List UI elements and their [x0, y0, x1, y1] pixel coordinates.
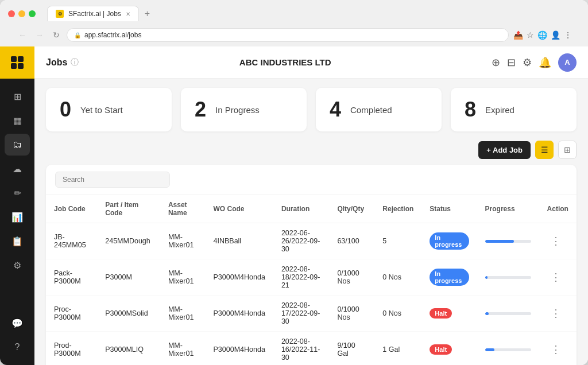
row-action-button[interactable]: ⋮: [547, 270, 564, 285]
sidebar-item-cloud[interactable]: ☁: [5, 158, 30, 180]
tab-favicon: ⚙: [56, 10, 64, 18]
chat-icon: 💬: [11, 318, 23, 329]
sidebar-bottom: 💬 ?: [5, 305, 30, 365]
col-duration: Duration: [273, 195, 330, 223]
svg-rect-2: [11, 63, 17, 69]
header-left: Jobs ⓘ: [46, 57, 79, 68]
reload-button[interactable]: ↻: [51, 29, 62, 41]
row-action-button[interactable]: ⋮: [547, 306, 564, 321]
minimize-traffic-light[interactable]: [18, 10, 25, 17]
browser-top-bar: ⚙ SFactrix.ai | Jobs ✕ +: [8, 6, 580, 21]
lock-icon: 🔒: [74, 32, 81, 38]
cell-progress: [477, 223, 539, 259]
back-button[interactable]: ←: [16, 29, 29, 41]
extensions-button[interactable]: 🌐: [537, 30, 547, 40]
add-job-button[interactable]: + Add Job: [478, 141, 531, 159]
new-tab-button[interactable]: +: [139, 6, 156, 21]
traffic-lights: [8, 10, 36, 17]
calendar-icon: ▦: [13, 115, 22, 126]
sidebar-item-help[interactable]: ?: [5, 336, 30, 358]
cast-button[interactable]: 📤: [513, 30, 523, 40]
address-bar-row: ← → ↻ 🔒 app.sfactrix.ai/jobs 📤 ☆ 🌐 👤 ⋮: [8, 25, 580, 46]
stat-label-yet-to-start: Yet to Start: [80, 105, 123, 115]
cell-asset-name: MM-Mixer01: [160, 259, 206, 296]
cell-progress: [477, 296, 539, 332]
stat-number-in-progress: 2: [195, 99, 206, 120]
row-action-button[interactable]: ⋮: [547, 234, 564, 248]
table-header: Job Code Part / Item Code Asset Name WO …: [46, 195, 577, 223]
grid-view-button[interactable]: ⊞: [558, 141, 577, 159]
sidebar-item-chat[interactable]: 💬: [5, 312, 30, 334]
list-view-button[interactable]: ☰: [535, 141, 554, 159]
cell-part-code: P3000M: [97, 259, 160, 296]
cell-action: ⋮: [539, 223, 577, 259]
sidebar-item-reports[interactable]: 📋: [5, 230, 30, 252]
row-action-button[interactable]: ⋮: [547, 342, 564, 357]
cell-status: Halt: [421, 332, 477, 366]
header-actions: ⊕ ⊟ ⚙ 🔔 A: [492, 53, 577, 72]
active-tab[interactable]: ⚙ SFactrix.ai | Jobs ✕: [47, 6, 139, 21]
cloud-icon: ☁: [13, 164, 22, 174]
status-badge: Halt: [430, 344, 452, 355]
jobs-icon: 🗂: [13, 139, 22, 150]
cell-qty: 63/100: [329, 223, 374, 259]
progress-bar: [485, 276, 531, 279]
table-row: JB-245MM05 245MMDough MM-Mixer01 4INBBal…: [46, 223, 577, 259]
bookmark-button[interactable]: ☆: [527, 30, 534, 40]
status-badge: Halt: [430, 308, 452, 319]
stat-card-in-progress: 2 In Progress: [181, 88, 307, 131]
profile-button[interactable]: 👤: [551, 30, 560, 40]
address-bar[interactable]: 🔒 app.sfactrix.ai/jobs: [67, 28, 509, 42]
close-traffic-light[interactable]: [8, 10, 15, 17]
cell-rejection: 0 Nos: [374, 296, 421, 332]
company-name: ABC INDUSTRIES LTD: [79, 57, 492, 67]
stats-row: 0 Yet to Start 2 In Progress 4 Completed…: [46, 88, 577, 131]
sidebar-item-settings[interactable]: ⚙: [5, 254, 30, 276]
analytics-icon: 📊: [11, 212, 23, 223]
browser-window: ⚙ SFactrix.ai | Jobs ✕ + ← → ↻ 🔒 app.sfa…: [0, 0, 588, 365]
tab-close-button[interactable]: ✕: [126, 11, 130, 17]
notification-button[interactable]: 🔔: [539, 56, 551, 69]
user-avatar[interactable]: A: [558, 53, 577, 72]
cell-job-code: Prod-P3000M: [46, 332, 97, 366]
col-qty: Qlty/Qty: [329, 195, 374, 223]
sidebar-item-dashboard[interactable]: ⊞: [5, 86, 30, 107]
cell-duration: 2022-08-17/2022-09-30: [273, 296, 330, 332]
stat-number-yet-to-start: 0: [60, 99, 71, 120]
help-circle-icon[interactable]: ⓘ: [71, 57, 79, 68]
table-header-row: Job Code Part / Item Code Asset Name WO …: [46, 195, 577, 223]
table-toolbar: + Add Job ☰ ⊞: [46, 141, 577, 159]
help-icon: ?: [15, 342, 20, 352]
cell-job-code: Proc-P3000M: [46, 296, 97, 332]
table-body: JB-245MM05 245MMDough MM-Mixer01 4INBBal…: [46, 223, 577, 366]
svg-rect-0: [11, 56, 17, 62]
stat-card-yet-to-start: 0 Yet to Start: [46, 88, 172, 131]
cell-status: In progress: [421, 223, 477, 259]
maximize-traffic-light[interactable]: [29, 10, 36, 17]
forward-button[interactable]: →: [33, 29, 46, 41]
cell-wo-code: P3000M4Honda: [206, 296, 273, 332]
cell-duration: 2022-08-16/2022-11-30: [273, 332, 330, 366]
search-input[interactable]: [55, 172, 170, 188]
sidebar-item-analytics[interactable]: 📊: [5, 206, 30, 228]
col-status: Status: [421, 195, 477, 223]
table-row: Pack-P3000M P3000M MM-Mixer01 P3000M4Hon…: [46, 259, 577, 296]
upload-button[interactable]: ⊕: [492, 56, 500, 69]
cell-part-code: 245MMDough: [97, 223, 160, 259]
cell-wo-code: P3000M4Honda: [206, 332, 273, 366]
col-asset-name: Asset Name: [160, 195, 206, 223]
sidebar-logo: [0, 46, 34, 79]
jobs-table: Job Code Part / Item Code Asset Name WO …: [46, 195, 577, 365]
col-rejection: Rejection: [374, 195, 421, 223]
svg-rect-3: [18, 63, 24, 69]
table-row: Proc-P3000M P3000MSolid MM-Mixer01 P3000…: [46, 296, 577, 332]
sidebar-item-calendar[interactable]: ▦: [5, 110, 30, 131]
menu-button[interactable]: ⋮: [564, 30, 572, 40]
sidebar-item-jobs[interactable]: 🗂: [5, 134, 30, 156]
cell-part-code: P3000MLIQ: [97, 332, 160, 366]
main-content: Jobs ⓘ ABC INDUSTRIES LTD ⊕ ⊟ ⚙ 🔔 A 0: [34, 46, 588, 365]
settings-button[interactable]: ⚙: [523, 56, 532, 69]
sidebar-item-edit[interactable]: ✏: [5, 182, 30, 204]
grid-button[interactable]: ⊟: [507, 56, 516, 69]
cell-status: Halt: [421, 296, 477, 332]
